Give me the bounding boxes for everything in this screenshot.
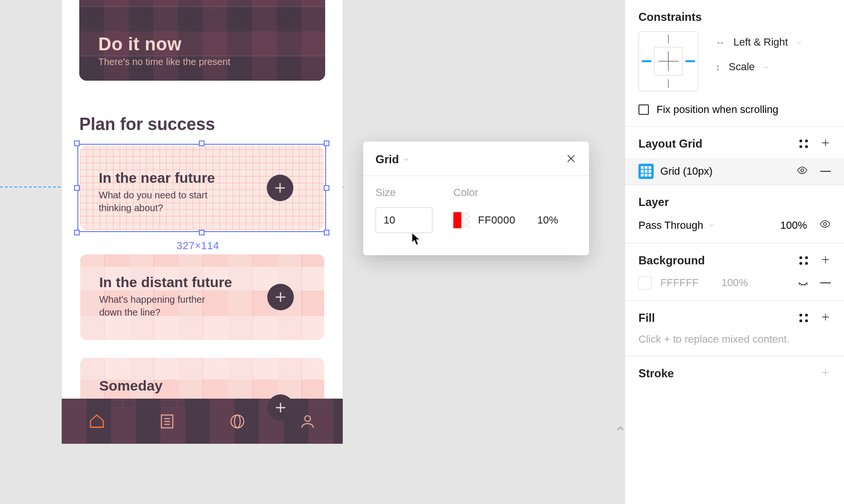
layer-opacity-value[interactable]: 100% — [780, 219, 807, 232]
constraint-v-value: Scale — [729, 61, 755, 73]
horizontal-arrows-icon: ↔ — [715, 37, 725, 48]
stroke-title: Stroke — [638, 367, 674, 380]
section-layout-grid: Layout Grid Grid (10px) — [625, 127, 844, 185]
background-title: Background — [638, 254, 705, 267]
section-title: Plan for success — [79, 114, 215, 134]
resize-handle-bl[interactable] — [74, 230, 80, 235]
constraint-h-value: Left & Right — [733, 36, 788, 48]
constraints-widget[interactable] — [638, 31, 698, 91]
svg-point-1 — [231, 415, 244, 428]
remove-bg-button[interactable] — [820, 282, 831, 283]
resize-handle-tl[interactable] — [74, 140, 80, 146]
card-subtitle: What do you need to start — [99, 397, 208, 410]
svg-point-2 — [234, 415, 240, 428]
popup-title-text: Grid — [375, 153, 399, 166]
bg-styles-icon[interactable] — [799, 256, 808, 265]
grid-color-swatch[interactable] — [453, 212, 469, 228]
fix-position-label: Fix position when scrolling — [656, 103, 778, 116]
blend-mode-select[interactable]: Pass Through — [638, 219, 715, 232]
panel-collapse-icon[interactable] — [617, 426, 624, 431]
card-subtitle: What do you need to start thinking about… — [99, 189, 217, 215]
card-add-button[interactable] — [267, 284, 294, 310]
section-background: Background FFFFFF 100% — [625, 243, 844, 301]
section-stroke: Stroke — [625, 356, 844, 391]
fill-title: Fill — [638, 311, 655, 325]
card-title: In the near future — [99, 170, 217, 186]
add-background-button[interactable] — [820, 254, 831, 267]
tab-explore-icon[interactable] — [229, 413, 246, 430]
layout-grid-item-label: Grid (10px) — [660, 165, 713, 177]
constraint-vertical-select[interactable]: ↕ Scale — [715, 61, 802, 73]
resize-handle-bc[interactable] — [199, 230, 205, 235]
background-fill-row[interactable]: FFFFFF 100% — [638, 276, 831, 290]
grid-opacity[interactable]: 10% — [537, 214, 558, 226]
fill-styles-icon[interactable] — [799, 314, 808, 322]
hero-title: Do it now — [98, 34, 230, 55]
bg-opacity-value[interactable]: 100% — [722, 277, 748, 289]
section-constraints: Constraints ↔ Left & Right ↕ Scale — [625, 0, 844, 127]
layer-title: Layer — [638, 196, 831, 209]
chevron-down-icon — [403, 153, 410, 166]
add-stroke-button[interactable] — [820, 367, 831, 380]
chevron-down-icon — [763, 61, 769, 73]
tab-home-icon[interactable] — [88, 413, 105, 430]
hero-card[interactable]: Do it now There's no time like the prese… — [79, 0, 325, 81]
bg-color-swatch[interactable] — [638, 276, 652, 289]
chevron-down-icon — [708, 219, 715, 232]
layer-visibility-toggle[interactable] — [819, 218, 831, 233]
checkbox-icon[interactable] — [638, 104, 649, 115]
card-subtitle: What's happening further down the line? — [99, 293, 213, 319]
hero-subtitle: There's no time like the present — [98, 56, 230, 67]
resize-handle-ml[interactable] — [74, 185, 80, 191]
fix-position-checkbox-row[interactable]: Fix position when scrolling — [638, 103, 831, 116]
section-fill: Fill Click + to replace mixed content. — [625, 301, 844, 356]
vertical-arrows-icon: ↕ — [715, 62, 720, 73]
card-add-button[interactable] — [267, 394, 294, 421]
fill-mixed-placeholder: Click + to replace mixed content. — [638, 333, 831, 345]
constraint-horizontal-select[interactable]: ↔ Left & Right — [715, 36, 802, 48]
artboard[interactable]: Do it now There's no time like the prese… — [62, 0, 343, 444]
inspector-panel: Constraints ↔ Left & Right ↕ Scale — [625, 0, 844, 504]
grid-visibility-toggle[interactable] — [797, 165, 808, 178]
resize-handle-br[interactable] — [324, 230, 329, 235]
hero-text: Do it now There's no time like the prese… — [98, 34, 230, 67]
resize-handle-tc[interactable] — [199, 140, 205, 146]
selected-element[interactable]: In the near future What do you need to s… — [77, 144, 326, 232]
bg-visibility-toggle[interactable] — [797, 276, 809, 290]
layout-grid-title: Layout Grid — [638, 137, 703, 150]
size-label: Size — [375, 187, 432, 199]
svg-point-3 — [305, 416, 310, 421]
constraints-title: Constraints — [638, 10, 831, 24]
add-layout-grid-button[interactable] — [820, 138, 831, 150]
card-near-future[interactable]: In the near future What do you need to s… — [80, 146, 324, 230]
color-label: Color — [453, 187, 577, 199]
remove-grid-button[interactable] — [820, 171, 831, 172]
card-title: In the distant future — [99, 274, 232, 290]
tab-list-icon[interactable] — [159, 413, 176, 430]
grid-styles-icon[interactable] — [799, 140, 808, 148]
svg-point-5 — [824, 223, 826, 225]
add-fill-button[interactable] — [820, 312, 831, 324]
svg-point-4 — [801, 169, 804, 172]
chevron-down-icon — [797, 36, 802, 48]
close-button[interactable] — [565, 153, 577, 166]
section-layer: Layer Pass Through 100% — [625, 185, 844, 243]
layout-grid-popup: Grid Size Color FF0000 10% — [363, 141, 589, 255]
resize-handle-mr[interactable] — [324, 185, 329, 191]
layout-grid-item[interactable]: Grid (10px) — [625, 158, 844, 185]
card-title: Someday — [99, 378, 208, 394]
tab-profile-icon[interactable] — [299, 413, 316, 430]
card-distant-future[interactable]: In the distant future What's happening f… — [80, 254, 324, 340]
selection-dimensions: 327×114 — [177, 240, 219, 252]
grid-type-icon[interactable] — [638, 164, 654, 179]
bg-hex-value[interactable]: FFFFFF — [660, 277, 699, 289]
grid-color-hex[interactable]: FF0000 — [478, 214, 516, 226]
resize-handle-tr[interactable] — [324, 140, 329, 146]
popup-title[interactable]: Grid — [375, 153, 410, 166]
blend-mode-value: Pass Through — [638, 219, 703, 232]
card-add-button[interactable] — [267, 175, 293, 201]
grid-size-input[interactable] — [375, 207, 432, 233]
